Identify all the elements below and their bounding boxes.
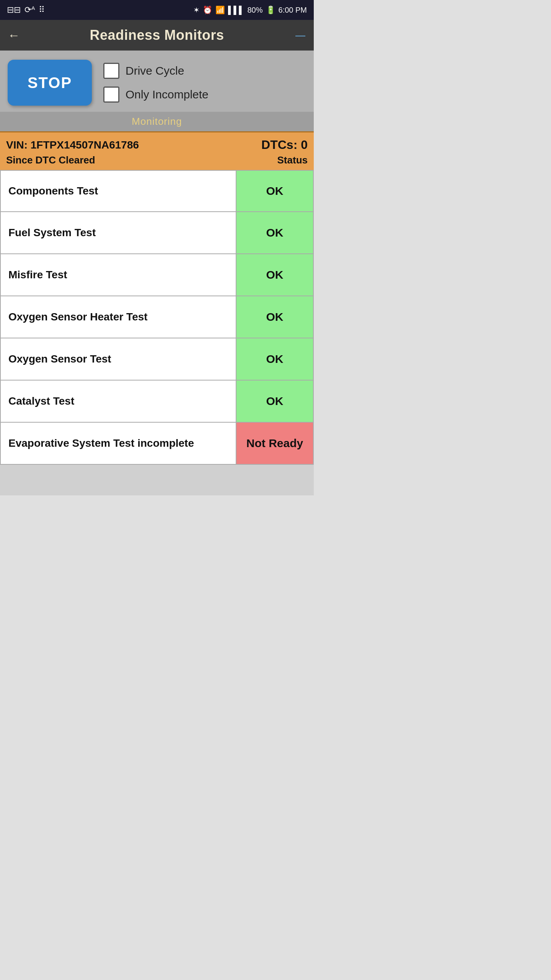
vin-text: VIN: 1FTPX14507NA61786 <box>6 139 139 151</box>
monitor-row: Fuel System TestOK <box>0 212 314 254</box>
time-display: 6:00 PM <box>279 6 307 15</box>
only-incomplete-checkbox[interactable] <box>103 87 119 103</box>
monitor-row: Oxygen Sensor TestOK <box>0 338 314 381</box>
status-bar-left: ⊟⊟ ⟳ᴬ ⠿ <box>7 5 45 15</box>
monitor-row: Oxygen Sensor Heater TestOK <box>0 296 314 338</box>
monitor-status-badge: OK <box>236 171 313 211</box>
alarm-icon: ⏰ <box>203 5 212 15</box>
monitor-status-badge: OK <box>236 381 313 422</box>
monitor-name: Evaporative System Test incomplete <box>1 423 236 464</box>
monitor-name: Oxygen Sensor Heater Test <box>1 296 236 338</box>
monitor-row: Evaporative System Test incompleteNot Re… <box>0 423 314 465</box>
only-incomplete-checkbox-row[interactable]: Only Incomplete <box>103 87 209 103</box>
checkboxes-group: Drive Cycle Only Incomplete <box>103 63 209 103</box>
status-column-header: Status <box>277 154 308 166</box>
dots-icon: ⠿ <box>39 5 45 15</box>
drive-cycle-checkbox-row[interactable]: Drive Cycle <box>103 63 209 79</box>
app-header: ← Readiness Monitors — <box>0 20 314 51</box>
vin-header: VIN: 1FTPX14507NA61786 DTCs: 0 Since DTC… <box>0 131 314 170</box>
monitor-name: Fuel System Test <box>1 212 236 253</box>
monitor-name: Misfire Test <box>1 254 236 296</box>
monitor-name: Oxygen Sensor Test <box>1 338 236 380</box>
status-bar: ⊟⊟ ⟳ᴬ ⠿ ✶ ⏰ 📶 ▌▌▌ 80% 🔋 6:00 PM <box>0 0 314 20</box>
controls-area: STOP Drive Cycle Only Incomplete <box>0 51 314 112</box>
monitor-name: Catalyst Test <box>1 381 236 422</box>
wifi-icon: 📶 <box>215 5 225 15</box>
battery-icon: 🔋 <box>266 5 276 15</box>
monitoring-banner: Monitoring <box>0 112 314 131</box>
monitor-name: Components Test <box>1 171 236 211</box>
only-incomplete-label: Only Incomplete <box>126 88 209 101</box>
monitor-row: Misfire TestOK <box>0 254 314 296</box>
stop-button[interactable]: STOP <box>8 60 92 106</box>
drive-cycle-label: Drive Cycle <box>126 64 184 77</box>
since-dtc-cleared: Since DTC Cleared <box>6 154 95 166</box>
status-bar-right: ✶ ⏰ 📶 ▌▌▌ 80% 🔋 6:00 PM <box>193 5 307 15</box>
monitor-status-badge: OK <box>236 296 313 338</box>
monitor-row: Components TestOK <box>0 170 314 212</box>
menu-button[interactable]: — <box>291 29 306 41</box>
monitor-status-badge: OK <box>236 212 313 253</box>
bluetooth-icon: ✶ <box>193 5 200 15</box>
monitor-status-badge: OK <box>236 338 313 380</box>
bottom-area <box>0 465 314 495</box>
battery-level: 80% <box>247 6 262 15</box>
drive-cycle-checkbox[interactable] <box>103 63 119 79</box>
dtc-count: DTCs: 0 <box>261 138 308 152</box>
page-title: Readiness Monitors <box>23 27 291 43</box>
monitor-status-badge: Not Ready <box>236 423 313 464</box>
signal-icon: ▌▌▌ <box>228 6 245 15</box>
monitor-status-badge: OK <box>236 254 313 296</box>
monitor-row: Catalyst TestOK <box>0 381 314 423</box>
voicemail-icon: ⊟⊟ <box>7 5 21 15</box>
profile-icon: ⟳ᴬ <box>24 5 35 15</box>
back-button[interactable]: ← <box>8 28 23 42</box>
monitor-table: Components TestOKFuel System TestOKMisfi… <box>0 170 314 465</box>
